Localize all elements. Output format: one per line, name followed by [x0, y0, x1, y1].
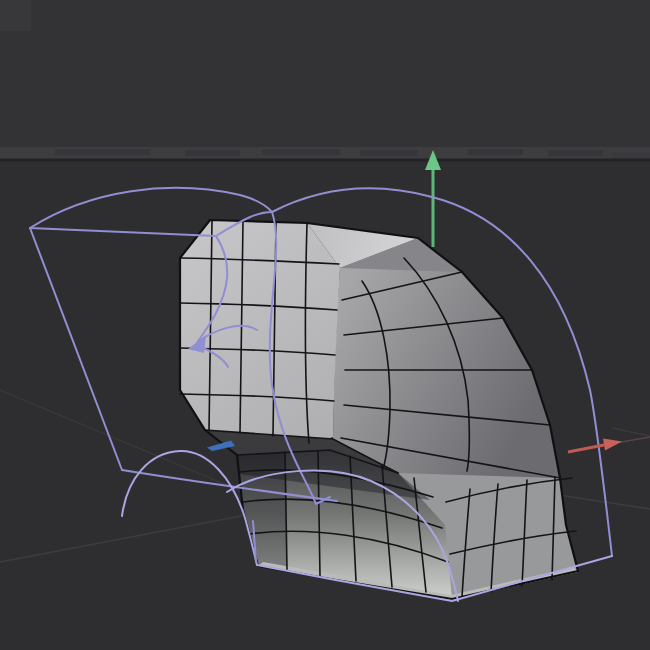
- viewport-canvas[interactable]: [0, 0, 650, 650]
- corner-patch: [0, 0, 31, 31]
- sky-background: [0, 0, 650, 161]
- horizon-line: [0, 159, 650, 162]
- viewport-3d[interactable]: [0, 0, 650, 650]
